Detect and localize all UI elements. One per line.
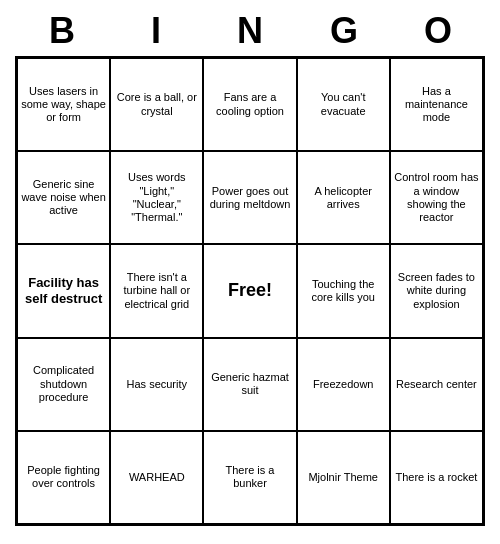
bingo-cell[interactable]: Generic sine wave noise when active	[17, 151, 110, 244]
bingo-cell[interactable]: Has a maintenance mode	[390, 58, 483, 151]
bingo-cell[interactable]: Freezedown	[297, 338, 390, 431]
bingo-cell[interactable]: Complicated shutdown procedure	[17, 338, 110, 431]
bingo-cell[interactable]: Uses lasers in some way, shape or form	[17, 58, 110, 151]
bingo-cell[interactable]: Fans are a cooling option	[203, 58, 296, 151]
bingo-cell[interactable]: WARHEAD	[110, 431, 203, 524]
title-letter: G	[300, 10, 388, 52]
bingo-cell[interactable]: Uses words "Light," "Nuclear," "Thermal.…	[110, 151, 203, 244]
bingo-cell[interactable]: Facility has self destruct	[17, 244, 110, 337]
title-letter: O	[394, 10, 482, 52]
bingo-grid: Uses lasers in some way, shape or formCo…	[15, 56, 485, 526]
title-letter: B	[18, 10, 106, 52]
bingo-cell[interactable]: Has security	[110, 338, 203, 431]
bingo-cell[interactable]: Core is a ball, or crystal	[110, 58, 203, 151]
free-cell[interactable]: Free!	[203, 244, 296, 337]
bingo-cell[interactable]: Mjolnir Theme	[297, 431, 390, 524]
bingo-cell[interactable]: There is a bunker	[203, 431, 296, 524]
bingo-cell[interactable]: You can't evacuate	[297, 58, 390, 151]
bingo-cell[interactable]: People fighting over controls	[17, 431, 110, 524]
bingo-cell[interactable]: Control room has a window showing the re…	[390, 151, 483, 244]
bingo-title: BINGO	[15, 10, 485, 52]
bingo-cell[interactable]: There is a rocket	[390, 431, 483, 524]
bingo-cell[interactable]: Generic hazmat suit	[203, 338, 296, 431]
bingo-cell[interactable]: There isn't a turbine hall or electrical…	[110, 244, 203, 337]
title-letter: N	[206, 10, 294, 52]
bingo-cell[interactable]: A helicopter arrives	[297, 151, 390, 244]
bingo-cell[interactable]: Power goes out during meltdown	[203, 151, 296, 244]
bingo-cell[interactable]: Screen fades to white during explosion	[390, 244, 483, 337]
bingo-cell[interactable]: Research center	[390, 338, 483, 431]
title-letter: I	[112, 10, 200, 52]
bingo-cell[interactable]: Touching the core kills you	[297, 244, 390, 337]
